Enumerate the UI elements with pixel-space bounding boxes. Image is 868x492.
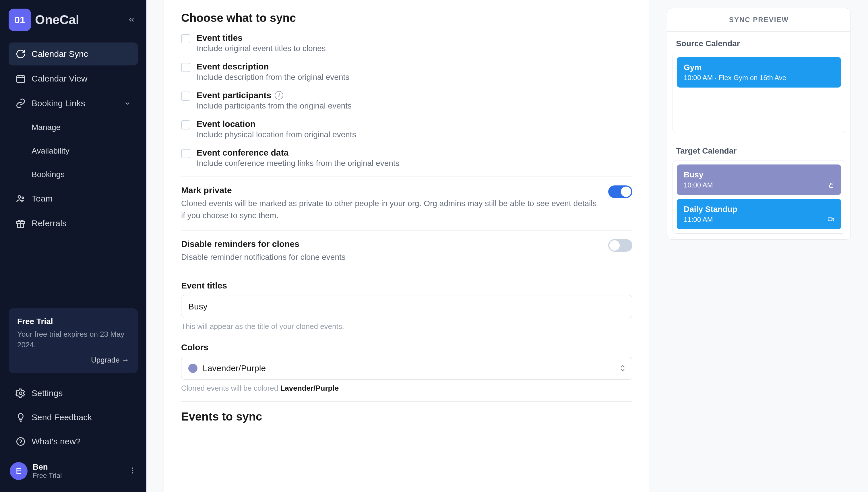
nav-referrals[interactable]: Referrals xyxy=(8,212,138,235)
colors-select[interactable]: Lavender/Purple xyxy=(181,357,633,380)
svg-point-9 xyxy=(132,472,133,474)
nav-label: Manage xyxy=(31,123,60,132)
bottom-links: Settings Send Feedback What's new? xyxy=(8,382,138,453)
nav-availability[interactable]: Availability xyxy=(8,140,138,162)
event-titles-input[interactable] xyxy=(181,295,633,318)
logo-mark: 01 xyxy=(8,8,31,31)
help-icon xyxy=(16,436,26,447)
check-event-conference-data: Event conference data Include conference… xyxy=(181,148,633,168)
event-title: Gym xyxy=(684,63,834,72)
sidebar: 01 OneCal Calendar Sync Calendar View Bo… xyxy=(0,0,146,492)
check-title: Event participants i xyxy=(197,91,352,100)
svg-rect-10 xyxy=(829,185,833,188)
nav-label: Settings xyxy=(31,388,63,398)
check-event-location: Event location Include physical location… xyxy=(181,119,633,139)
video-icon xyxy=(827,216,835,223)
checkbox[interactable] xyxy=(181,149,190,158)
event-card: Daily Standup 11:00 AM xyxy=(677,199,841,229)
field-label: Event titles xyxy=(181,281,633,291)
calendar-icon xyxy=(16,73,26,84)
check-title: Event description xyxy=(197,62,349,72)
svg-point-1 xyxy=(18,196,21,198)
trial-text: Your free trial expires on 23 May 2024. xyxy=(17,329,129,350)
nav-calendar-view[interactable]: Calendar View xyxy=(8,67,138,90)
source-calendar-box: Gym 10:00 AM · Flex Gym on 16th Ave xyxy=(672,53,845,133)
user-name: Ben xyxy=(33,463,62,472)
svg-rect-11 xyxy=(828,218,832,221)
field-help: This will appear as the title of your cl… xyxy=(181,322,633,331)
event-card: Busy 10:00 AM xyxy=(677,165,841,195)
event-sub: 10:00 AM · Flex Gym on 16th Ave xyxy=(684,74,834,82)
field-label: Colors xyxy=(181,342,633,352)
nav-team[interactable]: Team xyxy=(8,187,138,210)
lightbulb-icon xyxy=(16,412,26,422)
nav-manage[interactable]: Manage xyxy=(8,117,138,138)
sidebar-collapse-button[interactable] xyxy=(125,14,138,26)
trial-title: Free Trial xyxy=(17,317,129,326)
field-help: Cloned events will be colored Lavender/P… xyxy=(181,384,633,393)
check-sub: Include participants from the original e… xyxy=(197,101,352,110)
nav-label: Calendar Sync xyxy=(31,49,88,59)
lock-icon xyxy=(828,182,835,189)
chevron-down-icon xyxy=(124,100,131,107)
logo-text: OneCal xyxy=(35,13,79,27)
colors-field: Colors Lavender/Purple Cloned events wil… xyxy=(181,342,633,393)
event-card: Gym 10:00 AM · Flex Gym on 16th Ave xyxy=(677,57,841,88)
upgrade-link[interactable]: Upgrade → xyxy=(17,355,129,365)
preview-panel: SYNC PREVIEW Source Calendar Gym 10:00 A… xyxy=(667,0,851,492)
select-value: Lavender/Purple xyxy=(203,363,266,373)
nav-send-feedback[interactable]: Send Feedback xyxy=(8,406,138,429)
nav-settings[interactable]: Settings xyxy=(8,382,138,405)
disable-reminders-row: Disable reminders for clones Disable rem… xyxy=(181,239,633,263)
color-swatch-icon xyxy=(188,364,197,373)
check-sub: Include description from the original ev… xyxy=(197,73,349,82)
section-title: Events to sync xyxy=(181,410,633,423)
user-info: Ben Free Trial xyxy=(33,463,62,479)
info-icon[interactable]: i xyxy=(275,91,283,100)
checkbox[interactable] xyxy=(181,63,190,72)
check-title: Event conference data xyxy=(197,148,400,157)
nav-label: Team xyxy=(31,194,52,203)
link-icon xyxy=(16,98,26,108)
gift-icon xyxy=(16,218,26,228)
checkbox[interactable] xyxy=(181,34,190,43)
dots-vertical-icon xyxy=(129,466,137,474)
mark-private-toggle[interactable] xyxy=(608,186,633,198)
user-menu-button[interactable] xyxy=(129,466,137,476)
checkbox[interactable] xyxy=(181,120,190,129)
target-calendar-box: Busy 10:00 AM Daily Standup 11:00 AM xyxy=(672,160,845,233)
svg-point-5 xyxy=(20,392,22,395)
nav: Calendar Sync Calendar View Booking Link… xyxy=(8,43,138,235)
form-panel: Choose what to sync Event titles Include… xyxy=(164,0,650,492)
toggle-sub: Disable reminder notifications for clone… xyxy=(181,251,597,263)
nav-whats-new[interactable]: What's new? xyxy=(8,430,138,453)
toggle-sub: Cloned events will be marked as private … xyxy=(181,197,597,222)
nav-booking-links[interactable]: Booking Links xyxy=(8,92,138,115)
disable-reminders-toggle[interactable] xyxy=(608,239,633,252)
trial-card: Free Trial Your free trial expires on 23… xyxy=(8,308,138,373)
preview-box: SYNC PREVIEW Source Calendar Gym 10:00 A… xyxy=(667,8,851,240)
logo[interactable]: 01 OneCal xyxy=(8,8,79,31)
check-event-titles: Event titles Include original event titl… xyxy=(181,33,633,53)
nav-label: Referrals xyxy=(31,218,67,228)
target-calendar-label: Target Calendar xyxy=(667,139,850,160)
event-sub: 10:00 AM xyxy=(684,181,834,189)
check-event-participants: Event participants i Include participant… xyxy=(181,91,633,110)
svg-point-7 xyxy=(132,468,133,469)
sync-icon xyxy=(16,49,26,59)
nav-calendar-sync[interactable]: Calendar Sync xyxy=(8,43,138,66)
event-titles-field: Event titles This will appear as the tit… xyxy=(181,281,633,331)
user-row: E Ben Free Trial xyxy=(8,459,138,484)
checkbox[interactable] xyxy=(181,92,190,101)
svg-rect-0 xyxy=(17,76,25,83)
check-sub: Include original event titles to clones xyxy=(197,44,326,53)
mark-private-row: Mark private Cloned events will be marke… xyxy=(181,186,633,222)
avatar[interactable]: E xyxy=(10,462,28,480)
divider xyxy=(181,176,633,177)
nav-bookings[interactable]: Bookings xyxy=(8,164,138,186)
nav-label: Availability xyxy=(31,146,70,155)
select-chevron-icon xyxy=(620,365,625,371)
main: Choose what to sync Event titles Include… xyxy=(146,0,868,492)
event-title: Busy xyxy=(684,170,834,179)
check-sub: Include conference meeting links from th… xyxy=(197,159,400,168)
